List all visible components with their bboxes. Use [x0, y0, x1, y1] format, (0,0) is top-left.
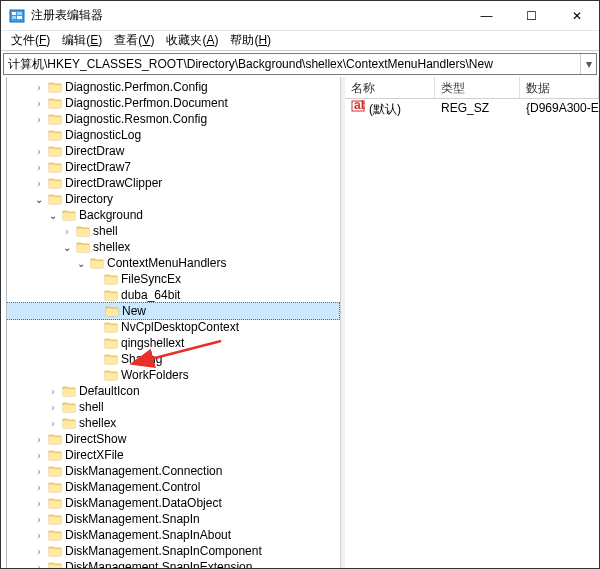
- chevron-right-icon[interactable]: ›: [33, 113, 45, 125]
- minimize-button[interactable]: —: [464, 1, 509, 30]
- menu-view[interactable]: 查看(V): [108, 30, 160, 51]
- toggle-empty: [89, 273, 101, 285]
- node-label: DirectShow: [65, 432, 126, 446]
- window-title: 注册表编辑器: [31, 7, 464, 24]
- chevron-right-icon[interactable]: ›: [33, 449, 45, 461]
- chevron-right-icon[interactable]: ›: [47, 385, 59, 397]
- node-label: shellex: [79, 416, 116, 430]
- menu-favorites[interactable]: 收藏夹(A): [160, 30, 224, 51]
- folder-icon: [48, 177, 62, 189]
- list-row[interactable]: ab(默认)REG_SZ{D969A300-E: [345, 99, 599, 117]
- folder-icon: [48, 497, 62, 509]
- chevron-down-icon[interactable]: ⌄: [33, 193, 45, 205]
- toggle-empty: [89, 369, 101, 381]
- tree-node-directshow[interactable]: ›DirectShow: [3, 431, 340, 447]
- chevron-right-icon[interactable]: ›: [33, 161, 45, 173]
- tree-node-diskmanagement-snapinextension[interactable]: ›DiskManagement.SnapInExtension: [3, 559, 340, 569]
- menu-help[interactable]: 帮助(H): [224, 30, 277, 51]
- folder-icon: [48, 193, 62, 205]
- tree-node-sharing[interactable]: Sharing: [3, 351, 340, 367]
- tree-node-shellex[interactable]: ›shellex: [3, 415, 340, 431]
- tree-node-diskmanagement-snapin[interactable]: ›DiskManagement.SnapIn: [3, 511, 340, 527]
- folder-icon: [48, 113, 62, 125]
- tree-node-qingshellext[interactable]: qingshellext: [3, 335, 340, 351]
- tree-node-diskmanagement-dataobject[interactable]: ›DiskManagement.DataObject: [3, 495, 340, 511]
- column-data[interactable]: 数据: [520, 77, 599, 98]
- maximize-button[interactable]: ☐: [509, 1, 554, 30]
- tree-node-defaulticon[interactable]: ›DefaultIcon: [3, 383, 340, 399]
- address-input[interactable]: [4, 55, 580, 73]
- tree-node-directory[interactable]: ⌄Directory: [3, 191, 340, 207]
- folder-icon: [48, 129, 62, 141]
- tree-node-diagnostic-resmon-config[interactable]: ›Diagnostic.Resmon.Config: [3, 111, 340, 127]
- chevron-right-icon[interactable]: ›: [47, 417, 59, 429]
- chevron-right-icon[interactable]: ›: [33, 513, 45, 525]
- tree-node-diskmanagement-connection[interactable]: ›DiskManagement.Connection: [3, 463, 340, 479]
- chevron-right-icon[interactable]: ›: [33, 145, 45, 157]
- node-label: qingshellext: [121, 336, 184, 350]
- folder-icon: [104, 337, 118, 349]
- folder-icon: [104, 369, 118, 381]
- tree-node-diagnosticlog[interactable]: DiagnosticLog: [3, 127, 340, 143]
- folder-icon: [48, 561, 62, 569]
- folder-icon: [62, 417, 76, 429]
- node-label: duba_64bit: [121, 288, 180, 302]
- list-pane[interactable]: 名称 类型 数据 ab(默认)REG_SZ{D969A300-E: [345, 77, 599, 569]
- tree-node-new[interactable]: New: [3, 302, 340, 320]
- node-label: DirectDrawClipper: [65, 176, 162, 190]
- chevron-right-icon[interactable]: ›: [61, 225, 73, 237]
- string-value-icon: ab: [351, 99, 365, 113]
- tree-node-directdrawclipper[interactable]: ›DirectDrawClipper: [3, 175, 340, 191]
- tree-pane[interactable]: ›Diagnostic.Perfmon.Config›Diagnostic.Pe…: [1, 77, 341, 569]
- tree-node-diskmanagement-snapinabout[interactable]: ›DiskManagement.SnapInAbout: [3, 527, 340, 543]
- node-label: DiskManagement.Control: [65, 480, 200, 494]
- chevron-down-icon[interactable]: ⌄: [61, 241, 73, 253]
- menubar: 文件(F) 编辑(E) 查看(V) 收藏夹(A) 帮助(H): [1, 31, 599, 51]
- tree-node-shell[interactable]: ›shell: [3, 399, 340, 415]
- tree-node-diagnostic-perfmon-document[interactable]: ›Diagnostic.Perfmon.Document: [3, 95, 340, 111]
- tree-node-directdraw[interactable]: ›DirectDraw: [3, 143, 340, 159]
- chevron-right-icon[interactable]: ›: [33, 97, 45, 109]
- chevron-down-icon[interactable]: ⌄: [75, 257, 87, 269]
- tree-node-diskmanagement-snapincomponent[interactable]: ›DiskManagement.SnapInComponent: [3, 543, 340, 559]
- menu-edit[interactable]: 编辑(E): [56, 30, 108, 51]
- column-type[interactable]: 类型: [435, 77, 520, 98]
- tree-node-directxfile[interactable]: ›DirectXFile: [3, 447, 340, 463]
- chevron-right-icon[interactable]: ›: [33, 545, 45, 557]
- chevron-right-icon[interactable]: ›: [47, 401, 59, 413]
- tree-node-shell[interactable]: ›shell: [3, 223, 340, 239]
- tree-node-directdraw7[interactable]: ›DirectDraw7: [3, 159, 340, 175]
- close-button[interactable]: ✕: [554, 1, 599, 30]
- tree-node-workfolders[interactable]: WorkFolders: [3, 367, 340, 383]
- tree-node-nvcpldesktopcontext[interactable]: NvCplDesktopContext: [3, 319, 340, 335]
- window-controls: — ☐ ✕: [464, 1, 599, 30]
- chevron-right-icon[interactable]: ›: [33, 433, 45, 445]
- node-label: Directory: [65, 192, 113, 206]
- value-type: REG_SZ: [435, 100, 520, 116]
- chevron-right-icon[interactable]: ›: [33, 177, 45, 189]
- node-label: Diagnostic.Resmon.Config: [65, 112, 207, 126]
- chevron-right-icon[interactable]: ›: [33, 81, 45, 93]
- tree-node-duba-64bit[interactable]: duba_64bit: [3, 287, 340, 303]
- tree-node-contextmenuhandlers[interactable]: ⌄ContextMenuHandlers: [3, 255, 340, 271]
- address-bar: ▾: [3, 53, 597, 75]
- tree-node-diskmanagement-control[interactable]: ›DiskManagement.Control: [3, 479, 340, 495]
- node-label: DirectXFile: [65, 448, 124, 462]
- chevron-right-icon[interactable]: ›: [33, 529, 45, 541]
- menu-file[interactable]: 文件(F): [5, 30, 56, 51]
- chevron-right-icon[interactable]: ›: [33, 481, 45, 493]
- column-name[interactable]: 名称: [345, 77, 435, 98]
- chevron-down-icon[interactable]: ⌄: [47, 209, 59, 221]
- chevron-right-icon[interactable]: ›: [33, 497, 45, 509]
- tree-node-background[interactable]: ⌄Background: [3, 207, 340, 223]
- tree-node-filesyncex[interactable]: FileSyncEx: [3, 271, 340, 287]
- node-label: DiskManagement.SnapInComponent: [65, 544, 262, 558]
- chevron-right-icon[interactable]: ›: [33, 465, 45, 477]
- tree-node-shellex[interactable]: ⌄shellex: [3, 239, 340, 255]
- tree-node-diagnostic-perfmon-config[interactable]: ›Diagnostic.Perfmon.Config: [3, 79, 340, 95]
- node-label: DiskManagement.Connection: [65, 464, 222, 478]
- address-dropdown-icon[interactable]: ▾: [580, 54, 596, 74]
- chevron-right-icon[interactable]: ›: [33, 561, 45, 569]
- content-area: ›Diagnostic.Perfmon.Config›Diagnostic.Pe…: [1, 77, 599, 569]
- titlebar: 注册表编辑器 — ☐ ✕: [1, 1, 599, 31]
